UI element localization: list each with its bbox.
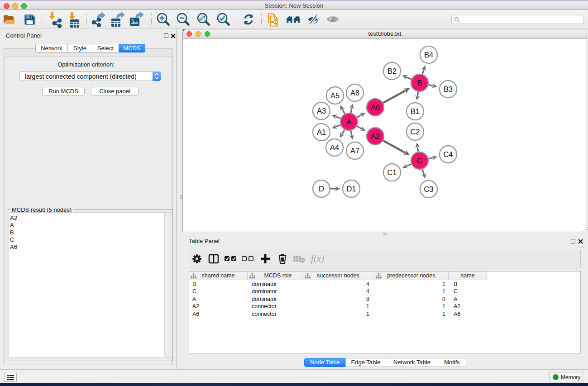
svg-text:C2: C2 — [410, 128, 420, 136]
svg-text:D1: D1 — [346, 185, 356, 193]
svg-text:B1: B1 — [411, 107, 420, 115]
svg-text:A7: A7 — [350, 147, 359, 155]
svg-text:C1: C1 — [387, 168, 397, 176]
svg-text:A4: A4 — [330, 143, 339, 152]
svg-text:C3: C3 — [424, 185, 433, 193]
svg-text:A5: A5 — [330, 91, 339, 100]
svg-text:B3: B3 — [444, 85, 453, 93]
svg-text:C: C — [417, 157, 422, 165]
svg-text:B2: B2 — [387, 67, 397, 75]
svg-text:D: D — [319, 185, 324, 193]
svg-text:A2: A2 — [371, 132, 380, 140]
svg-text:A3: A3 — [317, 107, 326, 115]
svg-text:A1: A1 — [317, 128, 326, 136]
svg-text:A6: A6 — [371, 103, 380, 111]
svg-text:A8: A8 — [350, 89, 359, 97]
svg-text:B: B — [417, 79, 422, 87]
svg-text:B4: B4 — [424, 51, 433, 59]
svg-text:A: A — [346, 118, 351, 126]
svg-text:C4: C4 — [443, 150, 453, 158]
